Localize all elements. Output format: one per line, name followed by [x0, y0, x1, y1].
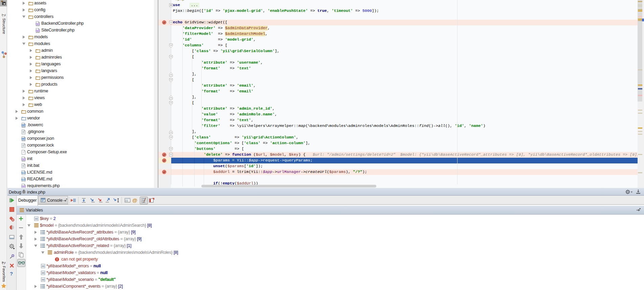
svg-text:3: 3	[141, 201, 142, 203]
